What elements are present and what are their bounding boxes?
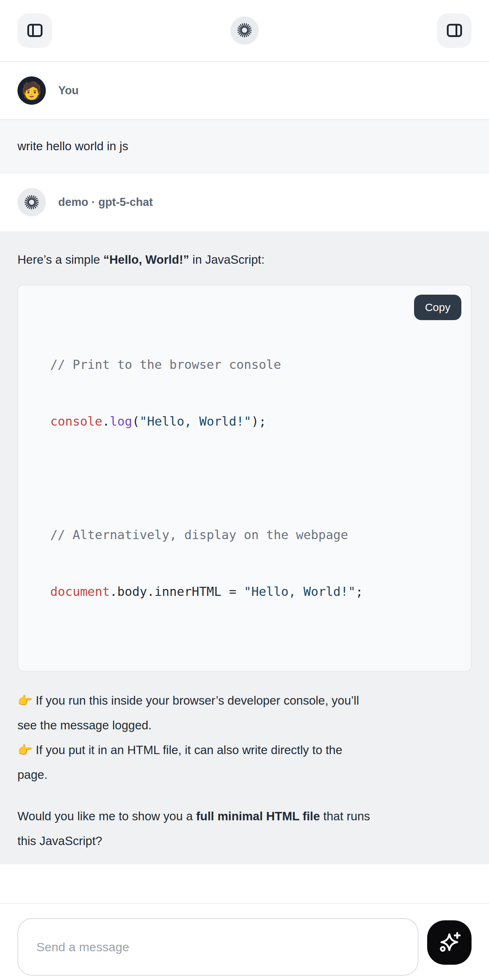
right-panel-toggle-button[interactable] [437,13,471,48]
user-author-label: You [58,84,79,97]
code-content: // Print to the browser console console.… [50,317,456,639]
starburst-icon [23,194,40,211]
send-button[interactable] [427,920,471,965]
user-avatar: 🧑 [18,76,46,105]
panel-right-icon [445,21,464,41]
assistant-notes-text: 👉 If you run this inside your browser’s … [18,688,471,787]
assistant-message-bubble: Here’s a simple “Hello, World!” in JavaS… [0,231,489,864]
top-bar [0,0,489,62]
assistant-message-header: demo · gpt-5-chat [0,173,489,231]
person-emoji: 🧑 [21,82,42,99]
assistant-intro-text: Here’s a simple “Hello, World!” in JavaS… [18,247,471,272]
panel-left-icon [25,21,45,41]
composer-bar [0,903,489,980]
assistant-author-label: demo · gpt-5-chat [58,196,153,209]
chat-transcript: 🧑 You write hello world in js [0,62,489,864]
user-message-header: 🧑 You [0,62,489,119]
sparkle-plus-icon [437,930,461,955]
brand-button[interactable] [230,16,259,45]
message-input[interactable] [18,918,419,976]
starburst-icon [236,22,253,40]
assistant-question-text: Would you like me to show you a full min… [18,804,471,853]
code-block: Copy // Print to the browser console con… [18,285,471,671]
user-message-bubble: write hello world in js [0,119,489,173]
user-message-text: write hello world in js [18,139,128,153]
sidebar-toggle-button[interactable] [18,13,52,48]
copy-code-button[interactable]: Copy [414,295,461,320]
assistant-avatar [18,188,46,216]
